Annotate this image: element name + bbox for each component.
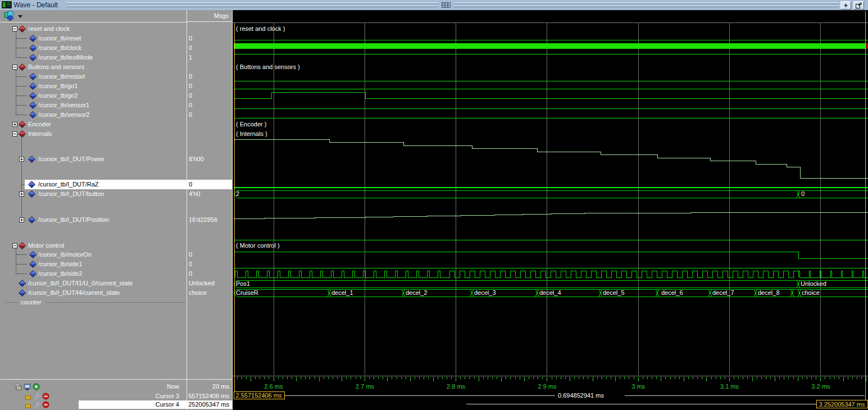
now-label: Now <box>167 381 179 392</box>
cursor3-value: 557152406 ms <box>187 392 232 400</box>
bus-value-label: decel_2 <box>406 289 428 296</box>
signal-label: /cursor_tb/testMode <box>38 53 93 62</box>
signal-label: /cursor_tb/sensor2 <box>38 110 89 120</box>
signal-row-cursor-tb-i-dut-raz[interactable]: /cursor_tb/I_DUT/RaZ <box>0 180 187 189</box>
signal-label: reset and clock <box>28 24 70 34</box>
window-titlebar[interactable]: Wave - Default + <box>0 0 868 10</box>
titlebar-grip <box>454 5 839 7</box>
undock-icon <box>856 3 862 8</box>
signal-diamond-icon <box>28 181 35 188</box>
monitor-icon[interactable] <box>24 384 31 390</box>
delete-cursor-icon[interactable] <box>42 401 49 408</box>
add-cursor-icon[interactable] <box>33 383 40 390</box>
signal-row-cursor-tb-side2[interactable]: /cursor_tb/side2 <box>0 269 187 279</box>
cursor4-label: Cursor 4 <box>156 400 179 409</box>
titlebar-grip <box>66 5 438 7</box>
cursor4-value: 252005347 ms <box>187 400 232 409</box>
collapse-icon[interactable] <box>12 65 17 70</box>
signal-diamond-icon <box>29 270 37 277</box>
expand-icon[interactable] <box>19 217 24 222</box>
group-row-reset-and-clock[interactable]: reset and clock <box>0 24 187 34</box>
signal-row-cursor-tb-testmode[interactable]: /cursor_tb/testMode <box>0 53 187 62</box>
signal-label: /cursor_tb/go1 <box>38 81 78 91</box>
waveform-pane[interactable]: ( reset and clock )( Buttons and sensors… <box>233 10 868 410</box>
now-row[interactable]: Now <box>0 381 187 392</box>
signal-diamond-icon <box>29 54 37 61</box>
signal-label: /cursor_tb/side1 <box>38 259 82 269</box>
signal-row-cursor-tb-restart[interactable]: /cursor_tb/restart <box>0 72 187 81</box>
expand-icon[interactable] <box>19 192 24 197</box>
wave-group-label: ( Buttons and sensors ) <box>236 63 300 70</box>
signal-value: 0 <box>187 259 232 269</box>
add-window-button[interactable]: + <box>840 1 851 10</box>
wave-canvas[interactable] <box>233 10 868 410</box>
expand-icon[interactable] <box>12 122 17 127</box>
signal-row-cursor-tb-side1[interactable]: /cursor_tb/side1 <box>0 259 187 269</box>
group-row-encoder[interactable]: Encoder <box>0 120 187 129</box>
signal-value <box>187 24 232 34</box>
group-row-buttons-and-sensors[interactable]: Buttons and sensors <box>0 62 187 72</box>
bus-value-label: decel_7 <box>712 289 734 296</box>
bus-value-label: decel_4 <box>539 289 561 296</box>
signal-row-cursor-tb-i-dut-i1-u-0-current-state[interactable]: /cursor_tb/I_DUT/I1/U_0/current_state <box>0 279 187 288</box>
signal-value <box>187 120 232 129</box>
cursor3-time: 2.557152406 ms <box>236 392 282 399</box>
bus-value-label: Pos1 <box>236 280 250 287</box>
excludes-filter-icon[interactable] <box>15 384 22 390</box>
group-row-internals[interactable]: Internals <box>0 129 187 139</box>
bus-value-label: 2 <box>236 190 239 197</box>
wave-window-icon <box>2 1 12 8</box>
signal-value: 0 <box>187 34 232 43</box>
signal-value: 0 <box>187 110 232 120</box>
collapse-icon[interactable] <box>12 131 17 136</box>
signal-row-cursor-tb-reset[interactable]: /cursor_tb/reset <box>0 34 187 43</box>
signal-row-cursor-tb-go2[interactable]: /cursor_tb/go2 <box>0 91 187 101</box>
signal-diamond-icon <box>29 111 37 119</box>
cursor-delta-label: 0.694852941 ms <box>558 392 604 399</box>
signal-names-pane[interactable]: reset and clock/cursor_tb/reset/cursor_t… <box>0 10 187 410</box>
signal-label: /cursor_tb/go2 <box>38 91 78 101</box>
signal-row-cursor-tb-clock[interactable]: /cursor_tb/clock <box>0 43 187 53</box>
signal-row-cursor-tb-sensor2[interactable]: /cursor_tb/sensor2 <box>0 110 187 120</box>
bus-value-label: 0 <box>801 190 805 197</box>
signal-label: Encoder <box>28 120 51 129</box>
cursor3-row[interactable]: Cursor 3 <box>0 392 187 400</box>
now-value: 20 ms <box>187 381 232 392</box>
signal-label: /cursor_tb/motorOn <box>38 250 92 259</box>
group-diamond-icon <box>19 130 26 138</box>
divider-counter[interactable]: counter <box>0 298 187 307</box>
msgs-pane: Msgs 001000008'h0004'h016'd22856000Unloc… <box>187 10 233 410</box>
signal-value <box>187 129 232 139</box>
delete-cursor-icon[interactable] <box>42 393 49 400</box>
signal-label: Buttons and sensors <box>28 62 84 72</box>
expand-icon[interactable] <box>19 157 24 162</box>
wave-group-label: ( Encoder ) <box>236 121 266 127</box>
wrench-icon[interactable] <box>33 401 40 408</box>
group-diamond-icon <box>19 242 26 249</box>
collapse-icon[interactable] <box>12 26 17 31</box>
lock-icon[interactable] <box>25 393 31 400</box>
signal-row-cursor-tb-sensor1[interactable]: /cursor_tb/sensor1 <box>0 101 187 110</box>
bus-value-label: decel_6 <box>661 289 683 296</box>
signal-value: 0 <box>187 101 232 110</box>
signal-row-cursor-tb-motoron[interactable]: /cursor_tb/motorOn <box>0 250 187 259</box>
signal-value: 0 <box>187 72 232 81</box>
cursor4-row[interactable]: Cursor 4 <box>0 400 187 409</box>
group-row-motor-control[interactable]: Motor control <box>0 241 187 250</box>
wrench-icon[interactable] <box>33 393 40 400</box>
signal-row-cursor-tb-i-dut-position[interactable]: /cursor_tb/I_DUT/Position <box>0 215 187 225</box>
collapse-icon[interactable] <box>12 243 17 248</box>
titlebar-dot-grip[interactable] <box>442 2 451 8</box>
signal-value: 0 <box>187 269 232 279</box>
signal-row-cursor-tb-go1[interactable]: /cursor_tb/go1 <box>0 81 187 91</box>
undock-button[interactable] <box>853 1 864 10</box>
lock-icon[interactable] <box>25 401 31 408</box>
signal-label: Motor control <box>28 241 64 250</box>
divider-label: counter <box>21 298 42 307</box>
signal-row-cursor-tb-i-dut-i4-current-state[interactable]: /cursor_tb/I_DUT/I4/current_state <box>0 288 187 298</box>
signal-row-cursor-tb-i-dut-power[interactable]: /cursor_tb/I_DUT/Power <box>0 154 187 164</box>
timeline-label: 2.8 ms <box>447 383 466 390</box>
signal-row-cursor-tb-i-dut-button[interactable]: /cursor_tb/I_DUT/button <box>0 189 187 199</box>
wave-clock <box>234 43 866 49</box>
signal-diamond-icon <box>29 73 37 80</box>
